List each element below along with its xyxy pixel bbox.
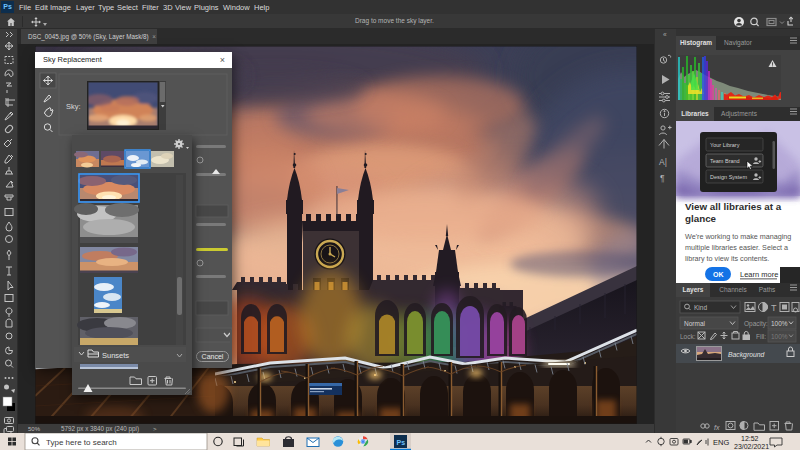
svg-text:T: T: [771, 303, 777, 313]
svg-text:Type here to search: Type here to search: [46, 438, 117, 447]
svg-text:¶: ¶: [660, 173, 665, 183]
svg-text:Normal: Normal: [684, 320, 706, 327]
svg-text:Sunsets: Sunsets: [102, 351, 129, 360]
svg-text:multiple libraries easier. Sel: multiple libraries easier. Select a: [685, 243, 788, 252]
svg-text:Opacity:: Opacity:: [744, 320, 768, 328]
svg-text:Team Brand: Team Brand: [710, 158, 740, 164]
svg-text:100%: 100%: [771, 333, 788, 340]
svg-text:12:52: 12:52: [741, 435, 759, 442]
svg-text:View all libraries at a: View all libraries at a: [685, 201, 782, 212]
svg-text:Lock:: Lock:: [680, 333, 696, 340]
svg-text:Kind: Kind: [694, 304, 707, 311]
svg-text:Ps: Ps: [397, 439, 406, 446]
svg-text:Design System: Design System: [710, 174, 747, 180]
svg-text:fx: fx: [714, 424, 720, 431]
svg-text:A|: A|: [659, 157, 667, 167]
svg-text:23/02/2021: 23/02/2021: [734, 443, 769, 450]
svg-text:library to view its contents.: library to view its contents.: [685, 254, 769, 263]
svg-text:OK: OK: [713, 271, 724, 278]
svg-text:«: «: [663, 31, 667, 38]
svg-text:Your Library: Your Library: [710, 142, 740, 148]
svg-text:We're working to make managing: We're working to make managing: [685, 232, 791, 241]
svg-text:Background: Background: [728, 351, 764, 359]
svg-text:Fill:: Fill:: [756, 333, 766, 340]
svg-text:ENG: ENG: [713, 438, 729, 447]
svg-text:glance: glance: [685, 213, 717, 224]
svg-text:Sky:: Sky:: [66, 102, 81, 111]
svg-text:100%: 100%: [771, 320, 788, 327]
svg-text:Learn more: Learn more: [740, 270, 778, 279]
